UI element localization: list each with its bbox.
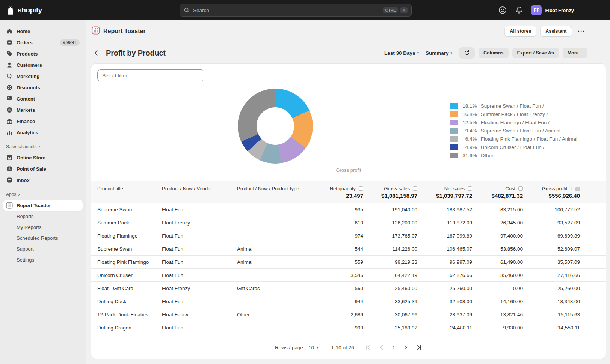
column-header-cost[interactable]: Cost <box>472 181 523 191</box>
column-checkbox[interactable]: ✓ <box>575 187 580 191</box>
sidebar-item-home[interactable]: Home <box>3 26 83 37</box>
columns-button[interactable]: Columns <box>479 48 508 58</box>
all-stores-button[interactable]: All stores <box>504 26 536 36</box>
previous-page-button[interactable] <box>379 344 385 350</box>
column-header-product-title[interactable]: Product title <box>91 181 162 191</box>
sidebar-subitem-support[interactable]: Support <box>3 244 83 254</box>
export-save-as-button[interactable]: Export / Save As <box>512 48 559 58</box>
table-row[interactable]: 12-Pack Drink FloatiesFloat FancyOther2,… <box>91 308 606 321</box>
legend-color-chip <box>450 153 458 158</box>
rows-per-page-select[interactable]: 10 <box>308 345 314 350</box>
sidebar-subitem-settings[interactable]: Settings <box>3 254 83 265</box>
refresh-button[interactable] <box>459 47 475 59</box>
markets-icon: $ <box>6 107 13 113</box>
column-checkbox[interactable] <box>413 186 417 191</box>
table-cell: 99,219.33 <box>363 256 417 269</box>
sales-channels-header[interactable]: Sales channels› <box>3 138 83 152</box>
column-header-gross-profit[interactable]: Gross profit↓✓ <box>523 181 580 191</box>
column-header-net-quantity[interactable]: Net quantity <box>320 181 363 191</box>
column-header-label: Gross profit <box>542 186 567 191</box>
sidebar-item-online-store[interactable]: Online Store <box>3 152 83 163</box>
sidebar-item-discounts[interactable]: Discounts <box>3 82 83 93</box>
shopify-logo[interactable]: shopify <box>6 5 86 15</box>
more-button[interactable]: More... <box>563 48 587 58</box>
table-row[interactable]: Supreme SwanFloat Fun935191,040.00183,98… <box>91 203 606 216</box>
table-row[interactable]: Floating Pink FlamingoFloat FunAnimal559… <box>91 256 606 269</box>
table-row[interactable]: Drifting DragonFloat Fun99325,189.9224,4… <box>91 321 606 334</box>
table-cell: Floating Flamingo <box>91 229 162 242</box>
sidebar-subitem-my-reports[interactable]: My Reports <box>3 222 83 233</box>
legend-item-other[interactable]: 31.9%Other <box>450 153 577 158</box>
sidebar-item-markets[interactable]: $Markets <box>3 104 83 116</box>
column-header-label: Cost <box>505 186 515 191</box>
next-page-button[interactable] <box>403 344 409 350</box>
sidebar-subitem-scheduled-reports[interactable]: Scheduled Reports <box>3 233 83 244</box>
column-checkbox[interactable] <box>359 186 363 191</box>
sidebar-subitem-reports[interactable]: Reports <box>3 211 83 222</box>
table-cell: 944 <box>320 295 363 308</box>
sort-descending-icon[interactable]: ↓ <box>570 185 572 191</box>
notifications-button[interactable] <box>515 6 524 15</box>
legend-label: Unicorn Cruiser / Float Fun / <box>481 144 545 150</box>
sidebar-item-customers[interactable]: Customers <box>3 59 83 71</box>
sidebar-item-orders[interactable]: Orders9,999+ <box>3 37 83 48</box>
table-row[interactable]: Floating FlamingoFloat Fun974173,765.071… <box>91 229 606 242</box>
store-menu[interactable]: FF Float Frenzy <box>531 5 574 15</box>
apps-header[interactable]: Apps› <box>3 186 83 200</box>
sidebar-item-finance[interactable]: Finance <box>3 116 83 127</box>
report-title: Profit by Product <box>106 49 166 57</box>
next-page-icon <box>403 344 409 350</box>
column-header-gross-sales[interactable]: Gross sales <box>363 181 417 191</box>
table-cell: 9,930.00 <box>472 321 523 334</box>
back-button[interactable] <box>93 49 101 57</box>
main-content: Report Toaster All stores Assistant ··· … <box>86 0 610 359</box>
last-page-button[interactable] <box>416 344 422 350</box>
column-checkbox[interactable] <box>518 186 523 191</box>
table-row[interactable]: Summer PackFloat Frenzy610126,200.00119,… <box>91 216 606 229</box>
legend-item-floating-pink-flamingo-float-fun-animal[interactable]: 6.4%Floating Pink Flamingo / Float Fun /… <box>450 136 577 142</box>
chevron-down-icon: ▾ <box>417 51 419 55</box>
column-checkbox[interactable] <box>468 186 472 191</box>
sidebar-item-report-toaster[interactable]: Report Toaster <box>3 200 83 211</box>
sidebar-item-content[interactable]: Content <box>3 93 83 104</box>
filter-input[interactable]: Select filter... <box>97 69 204 81</box>
assistant-button[interactable]: Assistant <box>540 26 572 36</box>
table-row[interactable]: Drifting DuckFloat Fun94433,625.3932,508… <box>91 295 606 308</box>
legend-item-floating-flamingo-float-fun[interactable]: 12.5%Floating Flamingo / Float Fun / <box>450 120 577 125</box>
sidekick-button[interactable] <box>498 6 507 15</box>
table-row[interactable]: Supreme SwanFloat FunAnimal544114,226.00… <box>91 242 606 256</box>
table-cell: 191,040.00 <box>363 203 417 216</box>
search-input[interactable]: Search CTRL K <box>180 4 412 17</box>
view-mode-dropdown[interactable]: Summary ▾ <box>426 50 452 56</box>
table-row[interactable]: Float - Gift CardFloat FrenzyGift Cards5… <box>91 282 606 295</box>
legend-label: Supreme Swan / Float Fun / Animal <box>481 128 560 134</box>
column-header-product-now-vendor[interactable]: Product / Now / Vendor <box>162 181 237 191</box>
sidebar-item-marketing[interactable]: Marketing <box>3 71 83 82</box>
refresh-icon <box>464 50 470 56</box>
legend-item-summer-pack-float-frenzy[interactable]: 16.8%Summer Pack / Float Frenzy / <box>450 111 577 117</box>
table-cell: Animal <box>237 242 320 256</box>
app-header-more-button[interactable]: ··· <box>576 28 588 34</box>
current-page[interactable]: 1 <box>392 345 395 350</box>
sidebar-item-point-of-sale[interactable]: $Point of Sale <box>3 163 83 174</box>
legend-item-supreme-swan-float-fun[interactable]: 18.1%Supreme Swan / Float Fun / <box>450 103 577 109</box>
column-header-product-now-product-type[interactable]: Product / Now / Product type <box>237 181 320 191</box>
table-row[interactable]: Unicorn CruiserFloat Fun3,54664,422.1962… <box>91 269 606 282</box>
legend-label: Floating Flamingo / Float Fun / <box>481 120 550 125</box>
legend-color-chip <box>450 103 458 109</box>
table-cell: 15,115.63 <box>523 308 580 321</box>
legend-item-unicorn-cruiser-float-fun[interactable]: 4.9%Unicorn Cruiser / Float Fun / <box>450 144 577 150</box>
sidebar-item-products[interactable]: Products <box>3 48 83 59</box>
sidebar-item-analytics[interactable]: Analytics <box>3 127 83 138</box>
sales-channels-label: Sales channels <box>6 144 36 149</box>
sidebar-item-label: Products <box>17 51 38 57</box>
app-title: Report Toaster <box>103 28 146 35</box>
date-range-dropdown[interactable]: Last 30 Days ▾ <box>384 50 419 56</box>
first-page-button[interactable] <box>365 344 371 350</box>
legend-item-supreme-swan-float-fun-animal[interactable]: 9.4%Supreme Swan / Float Fun / Animal <box>450 128 577 134</box>
legend-label: Supreme Swan / Float Fun / <box>481 103 544 109</box>
sidebar-item-label: Home <box>17 29 30 34</box>
column-header-net-sales[interactable]: Net sales <box>417 181 472 191</box>
sidebar-item-inbox[interactable]: Inbox <box>3 174 83 186</box>
table-cell: 52,609.07 <box>523 242 580 256</box>
